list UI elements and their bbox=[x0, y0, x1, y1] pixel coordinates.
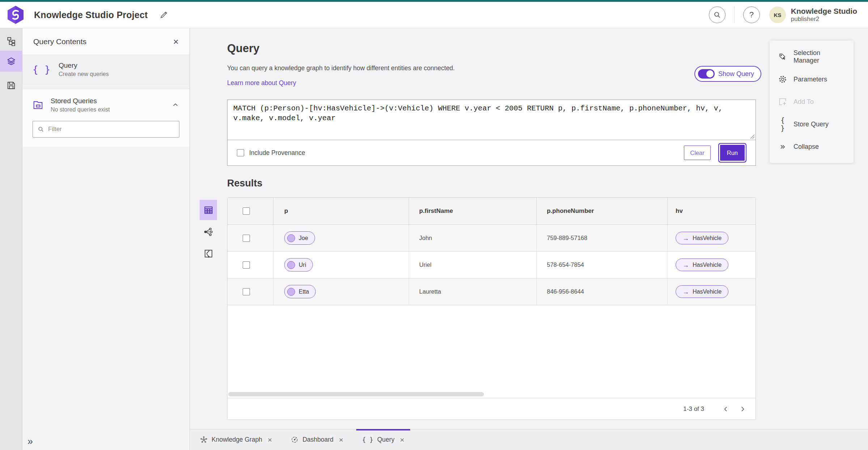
entity-label: Joe bbox=[299, 235, 308, 241]
prev-page-button[interactable] bbox=[721, 404, 731, 414]
tool-label: Collapse bbox=[793, 143, 819, 151]
tool-collapse[interactable]: » Collapse bbox=[770, 135, 854, 158]
entity-node-icon bbox=[287, 234, 295, 242]
close-icon[interactable]: × bbox=[339, 436, 343, 443]
chevron-up-icon bbox=[171, 101, 179, 109]
row-select-cell bbox=[227, 225, 273, 251]
rail-data-model-button[interactable] bbox=[0, 33, 22, 49]
cell-value: 578-654-7854 bbox=[547, 261, 584, 268]
right-tool-panel: Selection Manager Parameters Add To { } … bbox=[770, 41, 854, 163]
filter-area bbox=[22, 121, 190, 147]
first-name-cell: Lauretta bbox=[409, 278, 537, 305]
relationship-label: HasVehicle bbox=[693, 262, 722, 268]
panel-close-button[interactable]: × bbox=[173, 37, 179, 46]
row-select-cell bbox=[227, 278, 273, 305]
braces-icon: { } bbox=[33, 64, 51, 75]
phone-cell: 578-654-7854 bbox=[537, 252, 668, 278]
first-name-cell: John bbox=[409, 225, 537, 251]
table-row: Uri Uriel 578-654-7854 →HasVehicle bbox=[227, 252, 756, 278]
relationship-pill[interactable]: →HasVehicle bbox=[676, 258, 728, 271]
phone-cell: 759-889-57168 bbox=[537, 225, 668, 251]
row-checkbox[interactable] bbox=[243, 288, 250, 295]
row-select-cell bbox=[227, 252, 273, 278]
panel-expand-button[interactable]: » bbox=[27, 437, 33, 446]
tool-parameters[interactable]: Parameters bbox=[770, 68, 854, 91]
left-icon-rail bbox=[0, 28, 22, 450]
map-view-button[interactable] bbox=[200, 243, 217, 264]
hierarchy-icon bbox=[7, 37, 16, 46]
rail-save-button[interactable] bbox=[0, 77, 22, 93]
cell-value: John bbox=[419, 235, 432, 241]
relationship-pill[interactable]: →HasVehicle bbox=[676, 285, 728, 298]
resize-handle[interactable] bbox=[750, 134, 755, 139]
learn-more-link[interactable]: Learn more about Query bbox=[227, 79, 296, 87]
collapse-section-button[interactable] bbox=[171, 101, 179, 109]
gear-icon bbox=[778, 75, 787, 84]
header-divider bbox=[734, 7, 735, 23]
tab-label: Knowledge Graph bbox=[212, 436, 262, 443]
query-editor[interactable]: MATCH (p:Person)-[hv:HasVehicle]->(v:Veh… bbox=[227, 100, 756, 140]
table-pagination: 1-3 of 3 bbox=[227, 398, 756, 420]
filter-input[interactable] bbox=[48, 126, 175, 133]
arrow-right-icon: → bbox=[682, 235, 689, 241]
dashboard-gauge-icon bbox=[291, 436, 298, 443]
account-block: Knowledge Studio publisher2 bbox=[791, 7, 857, 23]
relationship-cell: →HasVehicle bbox=[668, 278, 756, 305]
tool-label: Selection Manager bbox=[793, 49, 845, 64]
next-page-button[interactable] bbox=[737, 404, 748, 414]
relationship-cell: →HasVehicle bbox=[668, 225, 756, 251]
pagination-range: 1-3 of 3 bbox=[683, 405, 704, 413]
tab-knowledge-graph[interactable]: Knowledge Graph × bbox=[194, 429, 278, 450]
horizontal-scrollbar[interactable] bbox=[228, 392, 484, 396]
help-button[interactable]: ? bbox=[743, 7, 760, 23]
tool-store-query[interactable]: { } Store Query bbox=[770, 113, 854, 135]
search-icon bbox=[713, 10, 722, 19]
save-icon bbox=[7, 81, 16, 90]
avatar[interactable]: KS bbox=[769, 7, 786, 23]
entity-pill[interactable]: Uri bbox=[284, 258, 313, 272]
rail-layers-button[interactable] bbox=[0, 51, 22, 72]
tab-label: Dashboard bbox=[302, 436, 333, 443]
link-chart-icon bbox=[204, 227, 213, 237]
tool-label: Add To bbox=[793, 98, 814, 106]
close-icon[interactable]: × bbox=[268, 436, 272, 443]
tool-selection-manager[interactable]: Selection Manager bbox=[770, 46, 854, 68]
table-view-button[interactable] bbox=[200, 200, 217, 220]
cell-value: Lauretta bbox=[419, 288, 441, 295]
table-header-row: p p.firstName p.phoneNumber hv bbox=[227, 198, 756, 225]
include-provenance-checkbox[interactable] bbox=[237, 149, 244, 156]
edit-title-button[interactable] bbox=[159, 10, 168, 19]
entity-pill[interactable]: Joe bbox=[284, 231, 315, 245]
query-editor-area: MATCH (p:Person)-[hv:HasVehicle]->(v:Veh… bbox=[227, 100, 756, 140]
tab-query[interactable]: { } Query × bbox=[356, 429, 410, 450]
link-chart-view-button[interactable] bbox=[200, 222, 217, 242]
include-provenance-label: Include Provenance bbox=[249, 149, 305, 157]
run-button[interactable]: Run bbox=[720, 145, 745, 161]
panel-item-query[interactable]: { } Query Create new queries bbox=[22, 55, 190, 84]
clear-button[interactable]: Clear bbox=[684, 146, 710, 160]
cell-value: 846-956-8644 bbox=[547, 288, 584, 295]
relationship-pill[interactable]: →HasVehicle bbox=[676, 232, 728, 244]
search-button[interactable] bbox=[709, 7, 726, 23]
stored-queries-section-header[interactable]: Stored Queries No stored queries exist bbox=[22, 89, 190, 121]
filter-input-wrapper bbox=[33, 121, 179, 138]
column-label: p.firstName bbox=[419, 207, 453, 215]
panel-section-divider bbox=[22, 84, 190, 89]
knowledge-graph-icon bbox=[200, 436, 208, 443]
query-description: You can query a knowledge graph to ident… bbox=[227, 64, 455, 72]
query-item-text: Query Create new queries bbox=[59, 62, 109, 77]
results-title: Results bbox=[227, 178, 263, 189]
selection-manager-icon bbox=[778, 52, 787, 61]
add-to-icon bbox=[778, 97, 787, 106]
row-checkbox[interactable] bbox=[243, 261, 250, 269]
tab-dashboard[interactable]: Dashboard × bbox=[285, 429, 349, 450]
relationship-cell: →HasVehicle bbox=[668, 252, 756, 278]
close-icon[interactable]: × bbox=[400, 436, 404, 443]
show-query-toggle[interactable]: Show Query bbox=[694, 66, 761, 82]
select-all-checkbox[interactable] bbox=[243, 207, 250, 215]
row-checkbox[interactable] bbox=[243, 235, 250, 242]
column-label: p.phoneNumber bbox=[547, 207, 594, 215]
query-editor-card: MATCH (p:Person)-[hv:HasVehicle]->(v:Veh… bbox=[227, 100, 756, 166]
pencil-icon bbox=[159, 10, 168, 19]
entity-pill[interactable]: Etta bbox=[284, 285, 316, 298]
